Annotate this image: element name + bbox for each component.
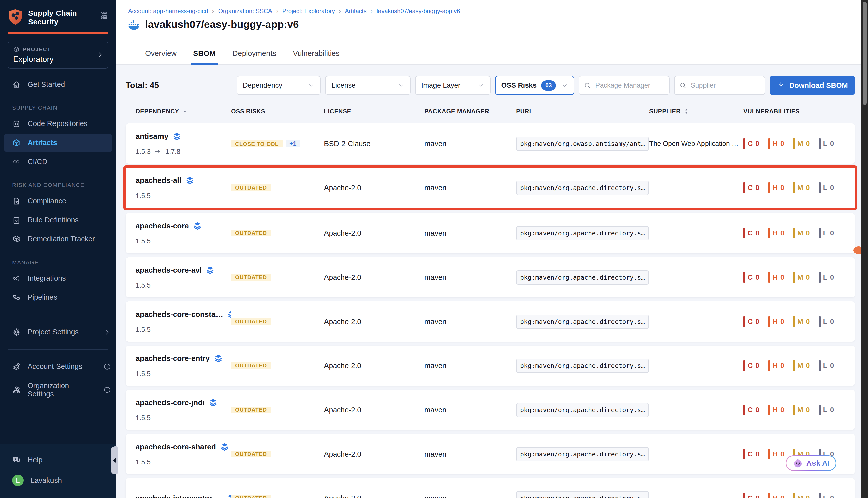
breadcrumb-link[interactable]: Project: Exploratory [282,8,335,15]
breadcrumb-link[interactable]: Organization: SSCA [218,8,272,15]
table-row[interactable]: apacheds-core-entry1.5.5OUTDATEDApache-2… [126,346,855,386]
info-icon [103,386,111,394]
filter-dependency[interactable]: Dependency [237,76,321,95]
tab-overview[interactable]: Overview [145,49,177,64]
severity-count: 0 [806,273,810,281]
breadcrumb-link[interactable]: Artifacts [345,8,367,15]
severity-bar [768,449,770,459]
oss-risks-cell: OUTDATED [231,363,324,369]
severity-bar [768,405,770,415]
vuln-critical: C0 [743,272,760,283]
tab-deployments[interactable]: Deployments [232,49,276,64]
severity-count: 0 [755,450,760,458]
table-row[interactable]: apacheds-core-avl1.5.5OUTDATEDApache-2.0… [126,257,855,298]
package-manager-cell: maven [425,494,516,498]
sidebar-item-get-started[interactable]: Get Started [0,75,116,94]
sidebar-collapse-handle[interactable] [111,446,118,474]
vuln-critical: C0 [743,138,760,149]
project-name: Exploratory [13,55,103,64]
vulnerabilities-cell: C0H0M0L0 [743,493,855,498]
vuln-high: H0 [768,316,785,327]
sidebar-item-label: Organization Settings [28,381,96,398]
table-row[interactable]: apacheds-interceptor-…OUTDATEDApache-2.0… [126,478,855,498]
download-sbom-button[interactable]: Download SBOM [769,76,855,95]
breadcrumb-link[interactable]: Account: app-harness-ng-cicd [128,8,208,15]
sidebar-item-project-settings[interactable]: Project Settings [0,323,116,342]
more-risks-badge[interactable]: +1 [286,140,300,147]
purl-value[interactable]: pkg:maven/org.apache.directory.s… [516,181,649,195]
column-header-oss-risks: OSS RISKS [231,108,324,115]
vuln-low: L0 [819,361,834,371]
sidebar-item-code-repositories[interactable]: Code Repositories [0,114,116,133]
severity-count: 0 [830,273,834,281]
vuln-low: L0 [819,316,834,327]
app-switcher-grid-icon[interactable] [100,11,108,20]
table-row[interactable]: apacheds-core-jndi1.5.5OUTDATEDApache-2.… [126,390,855,430]
purl-value[interactable]: pkg:maven/org.apache.directory.s… [516,447,649,461]
dependency-name: apacheds-core-shared [135,443,216,451]
column-header-supplier[interactable]: SUPPLIER [649,108,743,115]
filter-license[interactable]: License [325,76,411,95]
tab-bar: OverviewSBOMDeploymentsVulnerabilities [145,49,861,64]
docker-icon [128,19,141,30]
sidebar-item-compliance[interactable]: Compliance [0,192,116,211]
package-manager-cell: maven [425,450,516,458]
breadcrumb-separator-icon: › [371,8,373,15]
vuln-critical: C0 [743,361,760,371]
scrollbar-thumb[interactable] [863,1,867,105]
purl-value[interactable]: pkg:maven/org.apache.directory.s… [516,491,649,498]
severity-count: 0 [780,273,785,281]
table-row[interactable]: apacheds-core1.5.5OUTDATEDApache-2.0mave… [126,213,855,253]
purl-value[interactable]: pkg:maven/org.apache.directory.s… [516,403,649,417]
oss-risks-cell: OUTDATED [231,274,324,280]
purl-value[interactable]: pkg:maven/org.owasp.antisamy/ant… [516,136,649,151]
table-row[interactable]: apacheds-core-shared1.5.5OUTDATEDApache-… [126,434,855,474]
license-cell: Apache-2.0 [324,362,425,370]
severity-count: 0 [806,494,810,498]
project-label: PROJECT [23,47,51,52]
sidebar-item-organization-settings[interactable]: Organization Settings [0,376,116,403]
dependency-table: antisamy1.5.31.7.8CLOSE TO EOL+1BSD-2-Cl… [126,123,855,498]
tab-vulnerabilities[interactable]: Vulnerabilities [293,49,339,64]
oss-risks-cell: OUTDATED [231,230,324,236]
package-manager-cell: maven [425,184,516,192]
severity-bar [743,228,745,238]
severity-count: 0 [755,229,760,237]
sidebar-item-help[interactable]: ? Help [0,450,116,469]
supplier-input[interactable] [690,81,760,90]
severity-count: 0 [755,362,760,370]
breadcrumb-link[interactable]: lavakush07/easy-buggy-app:v6 [377,8,460,15]
purl-value[interactable]: pkg:maven/org.apache.directory.s… [516,315,649,329]
sort-icon [683,108,690,115]
sidebar-item-artifacts[interactable]: Artifacts [4,134,112,152]
severity-label: M [798,229,803,237]
sidebar-item-rule-definitions[interactable]: Rule Definitions [0,211,116,230]
sidebar-item-pipelines[interactable]: Pipelines [0,288,116,307]
severity-bar [743,138,745,149]
sidebar-item-ci-cd[interactable]: CI/CD [0,152,116,171]
ask-ai-button[interactable]: Ask AI [786,455,837,471]
purl-value[interactable]: pkg:maven/org.apache.directory.s… [516,359,649,373]
filter-oss-risks[interactable]: OSS Risks 03 [495,76,574,95]
purl-value[interactable]: pkg:maven/org.apache.directory.s… [516,270,649,285]
page-scrollbar[interactable] [861,0,868,498]
table-row-highlighted[interactable]: apacheds-all1.5.5OUTDATEDApache-2.0maven… [126,168,855,208]
column-header-dependency[interactable]: DEPENDENCY [135,108,231,115]
sidebar-item-remediation-tracker[interactable]: Remediation Tracker [0,230,116,249]
version-current: 1.5.5 [135,192,151,200]
tab-sbom[interactable]: SBOM [193,49,216,64]
chevron-down-icon [398,82,405,89]
sidebar-item-account-settings[interactable]: Account Settings [0,357,116,376]
package-manager-input[interactable] [595,81,664,90]
sidebar-item-user[interactable]: L Lavakush [0,469,116,492]
layers-stack-icon [226,494,231,498]
severity-bar [768,183,770,193]
table-row[interactable]: apacheds-core-consta…1.5.5OUTDATEDApache… [126,301,855,342]
table-row[interactable]: antisamy1.5.31.7.8CLOSE TO EOL+1BSD-2-Cl… [126,123,855,163]
total-count: Total: 45 [126,81,159,90]
filter-image-layer[interactable]: Image Layer [415,76,491,95]
sidebar-item-integrations[interactable]: Integrations [0,269,116,288]
project-selector[interactable]: PROJECT Exploratory [8,42,108,68]
purl-value[interactable]: pkg:maven/org.apache.directory.s… [516,226,649,240]
column-header-label: PURL [516,108,533,115]
